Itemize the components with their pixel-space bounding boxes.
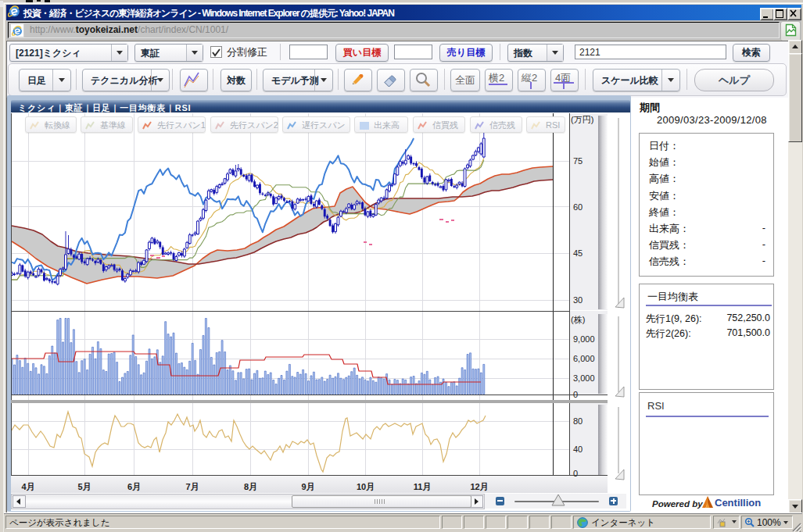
svg-text:3,000: 3,000: [573, 373, 595, 383]
svg-text:75: 75: [573, 156, 583, 166]
svg-text:40: 40: [573, 445, 583, 454]
svg-text:9月: 9月: [301, 482, 314, 491]
svg-text:0: 0: [573, 469, 578, 478]
svg-text:(株): (株): [571, 315, 585, 324]
svg-text:4月: 4月: [21, 482, 34, 491]
svg-text:12月: 12月: [470, 482, 488, 491]
svg-text:60: 60: [573, 202, 583, 212]
svg-text:5月: 5月: [77, 482, 91, 491]
svg-text:6月: 6月: [127, 482, 141, 491]
svg-text:30: 30: [573, 295, 583, 305]
svg-text:Centillion: Centillion: [715, 497, 761, 509]
svg-text:9,000: 9,000: [573, 334, 595, 344]
svg-text:6,000: 6,000: [573, 354, 595, 363]
svg-text:45: 45: [573, 248, 583, 258]
svg-text:8月: 8月: [244, 482, 257, 491]
svg-text:7月: 7月: [185, 482, 199, 491]
svg-text:80: 80: [573, 416, 583, 426]
svg-text:0: 0: [573, 390, 578, 399]
svg-text:11月: 11月: [414, 482, 432, 491]
svg-text:(万円): (万円): [571, 115, 593, 124]
svg-text:10月: 10月: [357, 482, 375, 491]
